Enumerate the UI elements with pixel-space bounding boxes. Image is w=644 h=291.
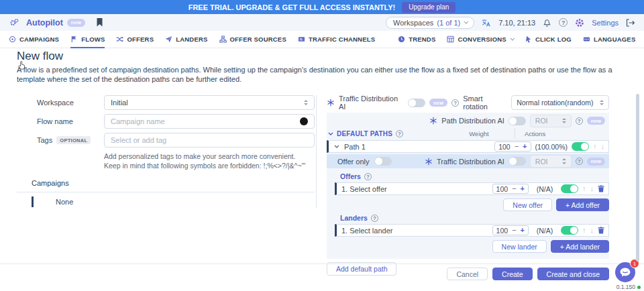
help-icon[interactable]: [559, 18, 568, 27]
tags-input[interactable]: [111, 136, 308, 144]
create-button[interactable]: Create: [492, 268, 533, 280]
trash-icon[interactable]: [598, 185, 604, 192]
nav-item-campaigns[interactable]: CAMPAIGNS: [9, 31, 59, 48]
bell-icon[interactable]: [543, 18, 551, 27]
plus-icon[interactable]: [521, 185, 525, 192]
create-and-close-button[interactable]: Create and close: [537, 268, 609, 280]
logout-icon[interactable]: [626, 19, 635, 27]
offers-buttons: New offer + Add offer: [335, 198, 609, 211]
translate-icon[interactable]: [482, 19, 491, 27]
ai-icon: [425, 158, 433, 166]
new-offer-button[interactable]: New offer: [503, 198, 552, 211]
move-up-icon[interactable]: [582, 227, 586, 234]
vertical-scrollbar[interactable]: [636, 94, 639, 261]
workspaces-label: Workspaces: [393, 19, 433, 27]
workspace-select[interactable]: Initial: [104, 95, 315, 110]
trial-banner-text: FREE TRIAL. UPGRADE & GET FULL ACCESS IN…: [189, 3, 396, 11]
flow-name-input[interactable]: [111, 117, 296, 125]
nav-item-trends[interactable]: TRENDS: [398, 31, 435, 48]
nav-item-conversions[interactable]: CONVERSIONS: [447, 31, 513, 48]
move-down-icon[interactable]: [601, 143, 605, 150]
nav-item-languages[interactable]: LANGUAGES: [583, 31, 636, 48]
path-ai-label: Path Distribution AI: [441, 117, 504, 125]
offer-enabled-toggle[interactable]: [561, 184, 578, 193]
brand-name[interactable]: Autopilot: [26, 18, 63, 27]
plus-icon[interactable]: [521, 227, 525, 234]
nav-item-landers[interactable]: LANDERS: [165, 31, 207, 48]
bookmark-icon[interactable]: [96, 18, 103, 27]
weight-header: Weight: [455, 130, 502, 137]
clock-icon: [398, 36, 405, 43]
lander-name[interactable]: 1. Select lander: [341, 227, 392, 235]
nav-item-traffic-channels[interactable]: TRAFFIC CHANNELS: [298, 31, 375, 48]
lander-row[interactable]: 1. Select lander 100 (N/A): [335, 224, 609, 237]
cancel-button[interactable]: Cancel: [447, 268, 488, 280]
nav-item-offer-sources[interactable]: OFFER SOURCES: [219, 31, 286, 48]
offer-name[interactable]: 1. Select offer: [341, 185, 387, 193]
gear-icon[interactable]: [575, 18, 584, 27]
path-ai-metric-select[interactable]: ROI: [530, 115, 572, 127]
help-icon[interactable]: [576, 158, 583, 165]
path-traffic-ai-metric-select[interactable]: ROI: [530, 155, 572, 168]
path-row[interactable]: Path 1 100 (100.00%): [327, 140, 609, 153]
subtitles-icon: [583, 36, 590, 43]
nav-item-flows[interactable]: FLOWS: [70, 31, 105, 48]
help-icon[interactable]: [451, 99, 459, 107]
help-icon[interactable]: [576, 117, 583, 125]
path-traffic-ai-toggle[interactable]: [508, 157, 526, 166]
add-offer-button[interactable]: + Add offer: [556, 198, 609, 211]
datetime-text: 7.10, 21:13: [498, 19, 535, 27]
nav-item-offers[interactable]: OFFERS: [116, 31, 154, 48]
header-right: Workspaces (1 of 1) 7.10, 21:13 Settings: [386, 17, 635, 29]
weight-value[interactable]: 100: [496, 227, 508, 235]
nav-item-click-log[interactable]: CLICK LOG: [525, 31, 572, 48]
move-up-icon[interactable]: [593, 143, 597, 150]
ai-icon: [327, 99, 335, 107]
path-ai-toggle[interactable]: [508, 117, 526, 125]
weight-value[interactable]: 100: [496, 185, 508, 193]
plus-icon[interactable]: [523, 143, 527, 150]
lander-enabled-toggle[interactable]: [561, 226, 578, 235]
column-divider: [316, 95, 317, 208]
new-lander-button[interactable]: New lander: [492, 240, 547, 253]
offers-header: Offers: [335, 172, 609, 180]
settings-link[interactable]: Settings: [592, 19, 619, 27]
move-down-icon[interactable]: [590, 185, 594, 192]
chevron-down-icon[interactable]: [334, 144, 339, 149]
flow-form: Workspace Initial Flow name Tags OPTIONA…: [17, 95, 315, 207]
offer-only-toggle[interactable]: [374, 157, 392, 166]
default-paths-panel: Path Distribution AI ROI new DEFAULT PAT…: [327, 113, 609, 259]
status-dot-icon: [637, 286, 641, 289]
chevron-down-icon: [464, 19, 469, 24]
chevron-down-icon[interactable]: [328, 131, 333, 136]
footer-divider: [0, 264, 644, 264]
trash-icon[interactable]: [598, 227, 604, 234]
traffic-ai-row: Traffic Distribution AI new Smart rotati…: [327, 95, 609, 110]
minus-icon[interactable]: [512, 185, 516, 192]
traffic-ai-toggle[interactable]: [408, 99, 425, 107]
add-lander-button[interactable]: + Add lander: [551, 240, 609, 253]
weight-value[interactable]: 100: [498, 143, 511, 151]
offer-row[interactable]: 1. Select offer 100 (N/A): [335, 182, 609, 195]
smart-rotation-select[interactable]: Normal rotation(random): [511, 95, 609, 110]
upgrade-plan-button[interactable]: Upgrade plan: [402, 2, 455, 13]
help-icon[interactable]: [364, 173, 372, 180]
new-badge: new: [429, 99, 447, 107]
new-badge: new: [587, 117, 605, 125]
move-down-icon[interactable]: [590, 227, 594, 234]
optional-badge: OPTIONAL: [56, 136, 91, 144]
select-updown-icon: [562, 118, 566, 124]
minus-icon[interactable]: [512, 227, 516, 234]
offer-only-row: Offer only Traffic Distribution AI ROI n…: [327, 154, 609, 168]
help-icon[interactable]: [396, 130, 403, 137]
path-enabled-toggle[interactable]: [572, 142, 589, 151]
help-icon[interactable]: [371, 215, 378, 222]
gears-icon: [9, 18, 19, 27]
move-up-icon[interactable]: [582, 185, 586, 192]
minus-icon[interactable]: [515, 143, 519, 150]
tags-label: Tags OPTIONAL: [17, 136, 104, 144]
table-icon: [447, 36, 454, 43]
workspaces-selector[interactable]: Workspaces (1 of 1): [386, 17, 474, 29]
chevron-down-icon: [510, 36, 515, 41]
add-default-path-button[interactable]: Add default path: [327, 262, 396, 276]
